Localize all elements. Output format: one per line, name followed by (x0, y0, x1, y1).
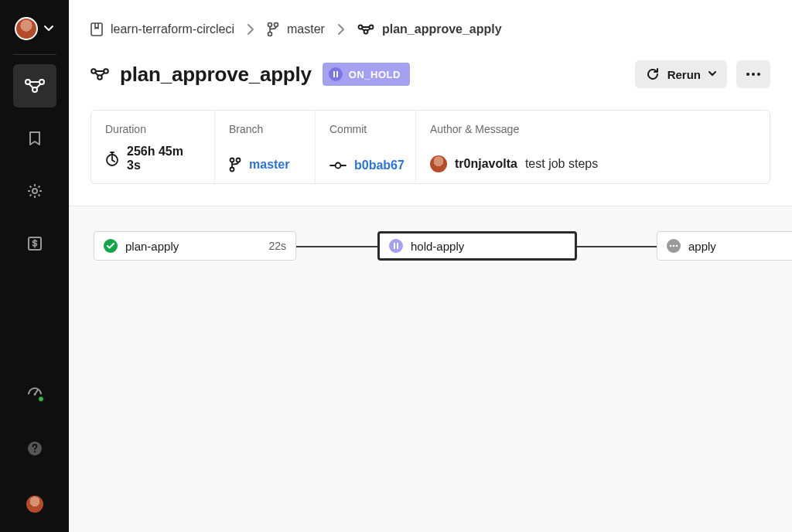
caret-down-icon (708, 71, 716, 77)
gauge-icon (27, 385, 43, 401)
author-avatar (430, 155, 447, 172)
nav-user[interactable] (13, 483, 56, 526)
workflow-icon (357, 24, 374, 35)
svg-point-3 (32, 189, 37, 193)
job-node-plan-apply[interactable]: plan-apply 22s (94, 231, 296, 261)
nav-status[interactable] (13, 371, 56, 414)
breadcrumb-project[interactable]: learn-terraform-circleci (90, 22, 234, 36)
account-switcher[interactable] (15, 0, 55, 40)
job-node-hold-apply[interactable]: hold-apply (377, 231, 577, 261)
info-duration-value: 256h 45m 3s (127, 145, 200, 172)
divider (13, 54, 56, 55)
info-author-label: Author & Message (430, 123, 756, 135)
commit-icon (329, 161, 346, 170)
nav-projects[interactable] (13, 117, 56, 160)
graph-row: plan-apply 22s hold-apply apply (94, 231, 792, 262)
breadcrumb-project-label: learn-terraform-circleci (111, 22, 234, 36)
svg-point-21 (752, 73, 755, 76)
breadcrumb-branch[interactable]: master (267, 22, 325, 37)
page-header: plan_approve_apply ON_HOLD Rerun (90, 60, 770, 88)
chevron-right-icon (247, 24, 254, 35)
help-icon (27, 441, 43, 456)
chevron-down-icon (43, 22, 55, 35)
svg-point-24 (230, 159, 234, 162)
info-duration-label: Duration (105, 123, 200, 135)
bookmark-icon (29, 131, 40, 145)
job-name: apply (688, 240, 716, 253)
nav-settings[interactable] (13, 169, 56, 213)
page-title: plan_approve_apply (120, 63, 312, 87)
stopwatch-icon (105, 151, 119, 166)
ellipsis-icon (746, 72, 761, 77)
svg-point-22 (757, 73, 760, 76)
svg-point-26 (230, 168, 234, 172)
info-author-name: tr0njavolta (455, 157, 517, 171)
info-commit-link[interactable]: b0bab67 (354, 159, 405, 172)
workflow-graph[interactable]: plan-apply 22s hold-apply apply (69, 206, 792, 532)
breadcrumb-workflow-label: plan_approve_apply (382, 22, 502, 36)
rerun-button[interactable]: Rerun (635, 60, 727, 88)
nav-plans[interactable] (13, 222, 56, 265)
job-duration: 22s (268, 240, 286, 252)
info-commit-label: Commit (329, 123, 401, 135)
svg-point-16 (104, 69, 108, 73)
info-commit: Commit b0bab67 (316, 111, 416, 183)
sidebar (0, 0, 69, 532)
info-duration: Duration 256h 45m 3s (91, 111, 215, 183)
success-icon (104, 239, 118, 253)
svg-point-15 (91, 69, 96, 73)
svg-point-11 (268, 32, 272, 36)
nav-pipelines[interactable] (13, 64, 56, 107)
job-node-apply[interactable]: apply (657, 231, 792, 261)
svg-rect-8 (91, 23, 102, 36)
nav-help[interactable] (13, 427, 56, 470)
avatar (15, 17, 38, 40)
svg-point-30 (670, 245, 672, 247)
info-branch: Branch master (215, 111, 316, 183)
svg-point-32 (676, 245, 678, 247)
info-branch-link[interactable]: master (249, 158, 289, 172)
bookmark-icon (90, 22, 103, 36)
refresh-icon (646, 67, 660, 81)
svg-rect-18 (333, 71, 335, 77)
svg-rect-19 (336, 71, 338, 77)
status-badge: ON_HOLD (323, 63, 410, 86)
svg-point-31 (673, 245, 675, 247)
svg-point-25 (237, 159, 241, 162)
more-actions-button[interactable] (736, 60, 770, 88)
gear-icon (27, 183, 43, 199)
workflow-icon (90, 68, 109, 80)
workflow-icon (25, 79, 45, 93)
user-avatar-icon (26, 496, 43, 513)
main-content: learn-terraform-circleci master (69, 0, 792, 532)
sidebar-nav (13, 64, 56, 265)
svg-point-5 (33, 394, 36, 396)
chevron-right-icon (337, 24, 345, 35)
svg-point-9 (268, 23, 272, 27)
topbar: learn-terraform-circleci master (69, 0, 792, 88)
breadcrumb-branch-label: master (287, 22, 325, 36)
sidebar-footer (13, 371, 56, 532)
title-actions: Rerun (635, 60, 770, 88)
svg-rect-28 (394, 243, 395, 249)
info-author: Author & Message tr0njavolta test job st… (416, 111, 770, 183)
graph-edge (577, 246, 657, 247)
status-badge-label: ON_HOLD (349, 69, 401, 80)
ellipsis-icon (667, 239, 681, 253)
rerun-label: Rerun (667, 68, 701, 81)
info-commit-message: test job steps (525, 157, 598, 171)
pause-icon (329, 67, 343, 81)
breadcrumb-workflow[interactable]: plan_approve_apply (357, 22, 502, 36)
graph-edge (296, 246, 377, 247)
run-info-panel: Duration 256h 45m 3s Branch (90, 110, 770, 184)
branch-icon (229, 157, 241, 172)
svg-point-20 (746, 73, 749, 76)
breadcrumb: learn-terraform-circleci master (90, 22, 770, 37)
job-name: hold-apply (411, 240, 464, 253)
svg-point-10 (275, 23, 278, 27)
info-branch-label: Branch (229, 123, 301, 135)
svg-point-27 (336, 163, 341, 169)
job-name: plan-apply (125, 240, 179, 253)
branch-icon (267, 22, 279, 37)
pause-icon (389, 239, 403, 253)
